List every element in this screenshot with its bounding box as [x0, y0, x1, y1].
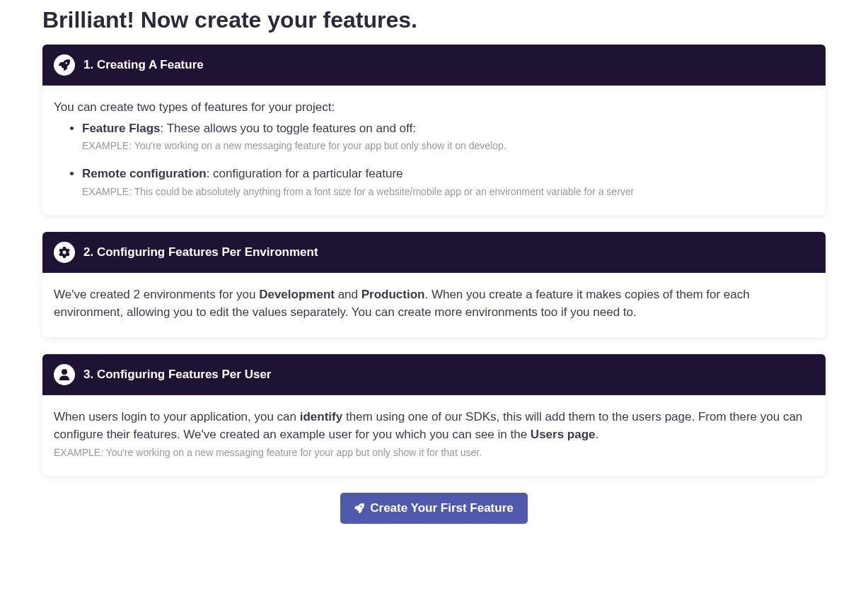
text-part: and — [335, 288, 361, 301]
example-text: EXAMPLE: This could be absolutely anythi… — [82, 185, 814, 199]
feature-desc: : These allows you to toggle features on… — [161, 122, 416, 135]
feature-desc: : configuration for a particular feature — [207, 167, 403, 180]
section-body: When users login to your application, yo… — [42, 395, 826, 476]
cta-label: Create Your First Feature — [370, 501, 514, 515]
text-part: When users login to your application, yo… — [54, 410, 300, 423]
section-configuring-user: 3. Configuring Features Per User When us… — [42, 354, 826, 476]
intro-text: You can create two types of features for… — [54, 98, 814, 117]
section-configuring-environment: 2. Configuring Features Per Environment … — [42, 232, 826, 337]
bold-text: Production — [361, 288, 425, 301]
example-text: EXAMPLE: You're working on a new messagi… — [54, 445, 814, 460]
rocket-icon — [54, 54, 75, 76]
section-title: 1. Creating A Feature — [83, 58, 204, 72]
example-text: EXAMPLE: You're working on a new messagi… — [82, 139, 814, 153]
section-header: 2. Configuring Features Per Environment — [42, 232, 826, 273]
body-text: We've created 2 environments for you Dev… — [54, 286, 814, 322]
bold-text: identify — [300, 410, 342, 423]
list-item: Feature Flags: These allows you to toggl… — [82, 119, 814, 154]
body-text: When users login to your application, yo… — [54, 408, 814, 444]
text-part: . — [596, 428, 599, 441]
list-item: Remote configuration: configuration for … — [82, 165, 814, 199]
bold-text: Users page — [531, 428, 596, 441]
bold-text: Development — [259, 288, 335, 301]
section-title: 2. Configuring Features Per Environment — [83, 245, 318, 259]
section-header: 1. Creating A Feature — [42, 45, 826, 86]
create-first-feature-button[interactable]: Create Your First Feature — [340, 493, 528, 524]
section-creating-feature: 1. Creating A Feature You can create two… — [42, 45, 826, 215]
rocket-icon — [354, 503, 364, 513]
feature-list: Feature Flags: These allows you to toggl… — [54, 119, 814, 199]
cta-wrapper: Create Your First Feature — [42, 493, 826, 524]
page-title: Brilliant! Now create your features. — [42, 7, 826, 33]
text-part: We've created 2 environments for you — [54, 288, 259, 301]
section-header: 3. Configuring Features Per User — [42, 354, 826, 395]
feature-name: Feature Flags — [82, 122, 161, 135]
section-title: 3. Configuring Features Per User — [83, 368, 271, 382]
section-body: We've created 2 environments for you Dev… — [42, 273, 826, 337]
user-icon — [54, 364, 75, 385]
feature-name: Remote configuration — [82, 167, 207, 180]
gear-icon — [54, 242, 75, 263]
section-body: You can create two types of features for… — [42, 86, 826, 215]
